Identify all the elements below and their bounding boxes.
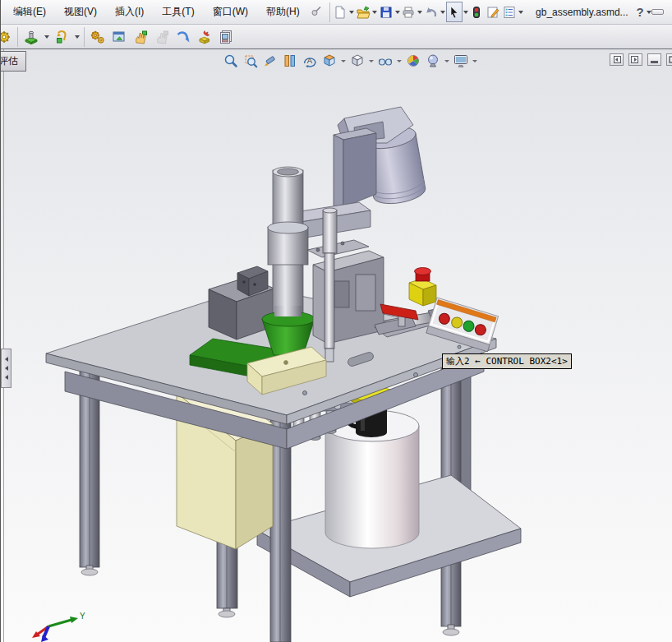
next-window-button[interactable] — [628, 53, 642, 66]
select-cursor-icon — [447, 5, 462, 20]
print-button[interactable] — [400, 2, 417, 22]
display-style-button[interactable] — [348, 52, 367, 70]
edit-component-button[interactable] — [1, 26, 15, 48]
panel-splitter-handle[interactable] — [1, 349, 12, 388]
assembly-visualization-button[interactable] — [215, 26, 237, 48]
zoom-to-fit-button[interactable] — [221, 52, 241, 70]
new-dropdown[interactable] — [348, 2, 355, 22]
undo-dropdown[interactable] — [440, 2, 446, 22]
apply-scene-dropdown[interactable] — [443, 52, 451, 70]
view-orientation-dropdown[interactable] — [339, 52, 348, 70]
menu-edit[interactable]: 编辑(E) — [4, 2, 55, 22]
view-settings-icon — [453, 53, 469, 69]
gray-feeder-box-model[interactable] — [209, 266, 274, 339]
zoom-to-area-button[interactable] — [241, 52, 260, 70]
move-component-icon — [132, 29, 149, 45]
exploded-view-button[interactable] — [194, 26, 215, 48]
menu-view[interactable]: 视图(V) — [55, 2, 106, 22]
mate-dropdown[interactable] — [72, 26, 81, 47]
apply-scene-button[interactable] — [423, 52, 443, 70]
move-component-button[interactable] — [130, 26, 151, 48]
component-preview-button[interactable] — [108, 26, 130, 48]
apply-scene-icon — [425, 53, 441, 69]
previous-window-button[interactable] — [610, 53, 624, 66]
section-view-button[interactable] — [280, 52, 300, 70]
options-dropdown[interactable] — [518, 2, 524, 22]
menu-help[interactable]: 帮助(H) — [257, 2, 309, 22]
tab-evaluate[interactable]: 评估 — [1, 51, 26, 72]
previous-view-button[interactable] — [260, 52, 280, 70]
mate-icon — [53, 29, 70, 45]
3d-drawing-view-icon: A — [301, 53, 318, 69]
panel-edge — [3, 49, 4, 642]
select-button[interactable] — [446, 2, 463, 22]
triad-y-label: Y — [80, 612, 85, 621]
new-document-icon — [333, 5, 348, 20]
menu-window[interactable]: 窗口(W) — [204, 2, 257, 22]
view-orientation-button[interactable] — [320, 52, 339, 70]
file-properties-button[interactable] — [485, 2, 501, 22]
insert-components-dropdown[interactable] — [42, 26, 51, 47]
display-style-dropdown[interactable] — [367, 52, 375, 70]
coordinate-triad: Y — [24, 607, 93, 642]
insert-components-icon — [23, 29, 39, 45]
save-icon — [379, 5, 394, 20]
open-icon — [356, 5, 371, 20]
exploded-view-icon — [196, 29, 213, 45]
hide-show-items-dropdown[interactable] — [395, 52, 403, 70]
insert-components-button[interactable] — [21, 26, 42, 48]
component-tooltip: 输入2 ← CONTROL BOX2<1> — [442, 353, 572, 369]
new-document-button[interactable] — [332, 2, 348, 22]
edit-component-icon — [1, 29, 12, 45]
view-orientation-icon — [321, 53, 338, 69]
rebuild-button[interactable] — [468, 2, 485, 22]
edit-appearance-button[interactable] — [403, 52, 423, 70]
print-icon — [401, 5, 416, 20]
hide-show-items-button[interactable] — [375, 52, 395, 70]
file-properties-icon — [486, 5, 500, 20]
toolbar-separator — [84, 27, 85, 47]
menu-insert[interactable]: 插入(I) — [106, 2, 153, 22]
open-button[interactable] — [355, 2, 371, 22]
model-canvas[interactable] — [1, 49, 672, 642]
svg-text:A: A — [307, 56, 313, 65]
minimize-document-button[interactable] — [647, 53, 661, 66]
view-settings-button[interactable] — [451, 52, 471, 70]
smart-fasteners-button[interactable] — [173, 26, 194, 48]
rotate-component-button[interactable] — [151, 26, 173, 48]
zoom-to-fit-icon — [223, 53, 239, 69]
emergency-stop-model[interactable] — [409, 268, 436, 307]
document-title: gb_assembly.asmd... — [536, 7, 628, 18]
hide-show-items-icon — [377, 53, 394, 69]
help-button[interactable]: ? — [635, 2, 646, 22]
undo-button[interactable] — [423, 2, 440, 22]
open-dropdown[interactable] — [371, 2, 378, 22]
window-minimize-button[interactable] — [651, 9, 664, 15]
toolbar-separator — [329, 2, 330, 22]
print-dropdown[interactable] — [417, 2, 423, 22]
rotate-component-icon — [154, 29, 170, 45]
3d-drawing-view-button[interactable]: A — [300, 52, 320, 70]
options-button[interactable] — [501, 2, 518, 22]
display-style-icon — [349, 53, 366, 69]
menu-pin-icon[interactable] — [311, 5, 322, 20]
assembly-toolbar — [1, 25, 672, 49]
save-dropdown[interactable] — [394, 2, 401, 22]
restore-document-button[interactable] — [666, 53, 672, 66]
gear-mate-icon — [90, 29, 106, 45]
undo-icon — [424, 5, 439, 20]
graphics-area[interactable]: 评估 A — [1, 49, 672, 642]
previous-view-icon — [262, 53, 278, 69]
document-window-controls — [610, 53, 672, 66]
solidworks-window: 编辑(E) 视图(V) 插入(I) 工具(T) 窗口(W) 帮助(H) — [0, 0, 672, 642]
help-dropdown[interactable] — [646, 2, 652, 22]
save-button[interactable] — [378, 2, 394, 22]
select-dropdown[interactable] — [463, 2, 469, 22]
menu-tools[interactable]: 工具(T) — [153, 2, 203, 22]
mate-button[interactable] — [51, 26, 72, 48]
view-settings-dropdown[interactable] — [471, 52, 479, 70]
edit-appearance-icon — [405, 53, 421, 69]
smart-fasteners-icon — [175, 29, 191, 45]
section-view-icon — [282, 53, 298, 69]
gear-mate-button[interactable] — [87, 26, 108, 48]
